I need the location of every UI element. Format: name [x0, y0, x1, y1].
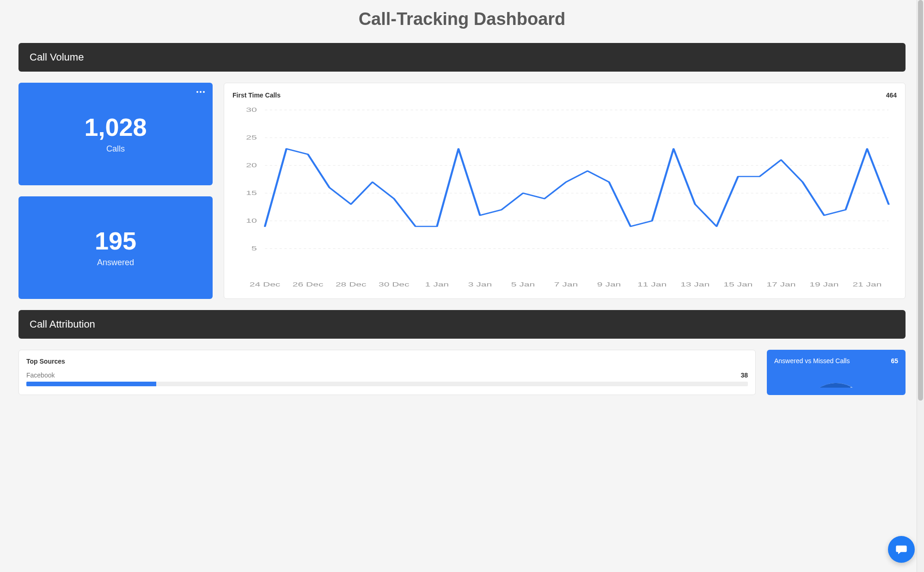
first-time-calls-total: 464 [886, 91, 897, 99]
first-time-calls-panel-wrap: First Time Calls 464 5101520253024 Dec26… [224, 83, 906, 299]
section-header-call-attribution: Call Attribution [18, 310, 906, 339]
scrollbar-thumb[interactable] [918, 0, 923, 395]
svg-text:5: 5 [251, 245, 257, 251]
svg-text:21 Jan: 21 Jan [852, 281, 881, 287]
call-volume-row: 1,028 Calls 195 Answered First Time Call… [18, 83, 906, 299]
svg-text:13 Jan: 13 Jan [680, 281, 710, 287]
svg-text:28 Dec: 28 Dec [336, 281, 367, 287]
more-icon[interactable] [196, 88, 205, 96]
svg-text:19 Jan: 19 Jan [809, 281, 838, 287]
answered-vs-missed-title: Answered vs Missed Calls [774, 357, 898, 365]
page-title: Call-Tracking Dashboard [18, 9, 906, 29]
first-time-calls-panel: First Time Calls 464 5101520253024 Dec26… [224, 83, 906, 299]
stat-value-answered: 195 [95, 228, 136, 253]
top-sources-panel: Top Sources Facebook38 [18, 350, 756, 395]
stat-label-calls: Calls [106, 144, 125, 154]
svg-text:24 Dec: 24 Dec [250, 281, 281, 287]
svg-text:10: 10 [246, 218, 257, 224]
stat-card-calls[interactable]: 1,028 Calls [18, 83, 213, 185]
source-bar-fill [26, 382, 156, 386]
svg-text:26 Dec: 26 Dec [293, 281, 324, 287]
svg-text:30 Dec: 30 Dec [379, 281, 410, 287]
stat-value-calls: 1,028 [84, 115, 147, 140]
svg-text:15 Jan: 15 Jan [723, 281, 753, 287]
source-value: 38 [740, 371, 748, 379]
svg-text:1 Jan: 1 Jan [425, 281, 449, 287]
source-row: Facebook38 [26, 371, 748, 386]
svg-text:15: 15 [246, 190, 257, 196]
top-sources-title: Top Sources [26, 358, 748, 365]
svg-text:17 Jan: 17 Jan [766, 281, 795, 287]
section-header-call-volume: Call Volume [18, 43, 906, 72]
stat-label-answered: Answered [97, 258, 134, 268]
svg-text:11 Jan: 11 Jan [637, 281, 667, 287]
svg-text:7 Jan: 7 Jan [554, 281, 578, 287]
stats-column: 1,028 Calls 195 Answered [18, 83, 213, 299]
source-bar-track [26, 382, 748, 386]
svg-text:30: 30 [246, 107, 257, 113]
svg-text:9 Jan: 9 Jan [597, 281, 621, 287]
svg-text:3 Jan: 3 Jan [468, 281, 492, 287]
source-name: Facebook [26, 371, 55, 379]
stat-card-answered[interactable]: 195 Answered [18, 196, 213, 299]
svg-text:20: 20 [246, 162, 257, 168]
answered-vs-missed-donut [774, 369, 898, 388]
answered-vs-missed-value: 65 [891, 357, 898, 365]
call-attribution-row: Top Sources Facebook38 Answered vs Misse… [18, 350, 906, 395]
svg-text:25: 25 [246, 134, 257, 140]
answered-vs-missed-card[interactable]: Answered vs Missed Calls 65 [767, 350, 906, 395]
first-time-calls-title: First Time Calls [233, 91, 897, 99]
scrollbar[interactable] [917, 0, 924, 395]
svg-text:5 Jan: 5 Jan [511, 281, 535, 287]
first-time-calls-chart: 5101520253024 Dec26 Dec28 Dec30 Dec1 Jan… [233, 105, 897, 290]
